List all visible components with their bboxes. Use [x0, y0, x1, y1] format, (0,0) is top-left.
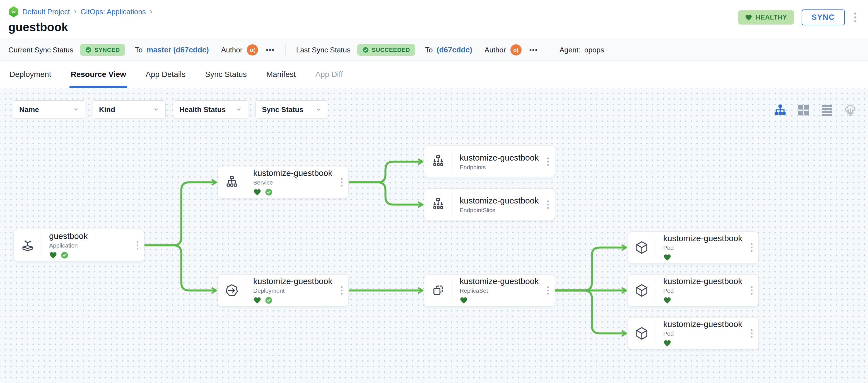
resource-node-pod[interactable]: kustomize-guestbook-ui-... Pod [627, 317, 759, 350]
agent-info: Agent: opops [559, 46, 604, 54]
breadcrumb-project-link[interactable]: Default Project [22, 7, 70, 16]
resource-node-replicaset[interactable]: kustomize-guestbook-ui-... ReplicaSet [424, 274, 555, 307]
node-title: kustomize-guestbook-ui [253, 168, 333, 178]
synced-check-icon [265, 296, 273, 305]
healthy-heart-icon [663, 253, 671, 261]
node-kind: Service [253, 179, 333, 186]
author-label: Author [221, 46, 243, 54]
tree-view-icon[interactable] [774, 104, 786, 117]
pod-icon [628, 232, 656, 263]
statusbar-divider [549, 44, 549, 56]
pod-icon [628, 318, 656, 349]
last-commit-link[interactable]: (d67cddc) [437, 46, 472, 54]
node-title: kustomize-guestbook-ui-... [460, 196, 539, 205]
service-icon [218, 166, 246, 198]
sync-button[interactable]: SYNC [802, 9, 845, 25]
svg-text:∞: ∞ [12, 8, 16, 14]
last-sync-status-group: Last Sync Status SUCCEEDED To (d67cddc) … [296, 44, 538, 56]
node-title: kustomize-guestbook-ui-... [663, 277, 743, 286]
resource-tree-canvas: guestbook Application kustomize-guestboo… [0, 88, 868, 383]
chevron-down-icon [236, 106, 242, 113]
resource-node-application[interactable]: guestbook Application [13, 229, 145, 261]
resource-node-pod[interactable]: kustomize-guestbook-ui-... Pod [627, 231, 759, 264]
healthy-heart-icon [49, 251, 57, 259]
tab-manifest[interactable]: Manifest [265, 61, 297, 88]
chevron-down-icon [315, 106, 321, 113]
page-title: guestbook [8, 21, 858, 34]
to-label: To [425, 46, 433, 54]
edge-app-to-svc [145, 182, 216, 245]
node-kebab-menu-icon[interactable] [745, 232, 758, 263]
node-kebab-menu-icon[interactable] [541, 275, 555, 306]
name-filter-dropdown[interactable]: Name [13, 100, 85, 119]
node-kebab-menu-icon[interactable] [745, 318, 758, 349]
application-icon [14, 229, 41, 261]
commit-message-more-icon[interactable]: ••• [266, 46, 275, 54]
author-label: Author [485, 46, 506, 54]
health-badge-label: HEALTHY [755, 14, 787, 21]
breadcrumb-applications-link[interactable]: GitOps: Applications [81, 7, 146, 16]
author-avatar: o( [247, 44, 258, 56]
grid-view-icon[interactable] [797, 104, 810, 117]
app-header: ∞ Default Project › GitOps: Applications… [0, 0, 868, 39]
cloud-view-icon[interactable] [844, 104, 857, 117]
node-kind: ReplicaSet [460, 287, 539, 294]
resource-node-endpoints[interactable]: kustomize-guestbook-ui Endpoints [424, 146, 555, 178]
resource-node-endpointslice[interactable]: kustomize-guestbook-ui-... EndpointSlice [424, 188, 555, 221]
tab-resource-view[interactable]: Resource View [69, 61, 127, 88]
node-title: kustomize-guestbook-ui-... [663, 233, 743, 243]
edge-rs-to-pod1 [555, 248, 626, 290]
header-kebab-menu-icon[interactable] [852, 11, 858, 24]
kind-filter-dropdown[interactable]: Kind [93, 100, 166, 119]
view-mode-switcher [774, 104, 857, 117]
resource-node-deployment[interactable]: kustomize-guestbook-ui Deployment [218, 274, 349, 307]
last-sync-status-label: Last Sync Status [296, 46, 350, 54]
healthy-heart-icon [663, 296, 671, 305]
endpointslice-icon [424, 189, 452, 221]
node-kind: Pod [663, 330, 743, 337]
list-view-icon[interactable] [820, 104, 833, 117]
health-status-filter-dropdown[interactable]: Health Status [173, 100, 248, 119]
succeeded-status-badge: SUCCEEDED [357, 44, 415, 56]
agent-value: opops [584, 46, 604, 54]
breadcrumb-separator: › [73, 7, 77, 15]
node-kebab-menu-icon[interactable] [335, 166, 348, 198]
breadcrumb: ∞ Default Project › GitOps: Applications… [8, 6, 858, 18]
node-kebab-menu-icon[interactable] [745, 275, 758, 306]
endpoints-icon [424, 146, 452, 178]
node-title: guestbook [49, 231, 129, 241]
to-label: To [135, 46, 143, 54]
heart-icon [745, 14, 752, 21]
chevron-down-icon [153, 106, 159, 113]
node-kind: EndpointSlice [460, 207, 539, 214]
check-circle-icon [362, 46, 369, 53]
node-kebab-menu-icon[interactable] [541, 146, 555, 178]
node-title: kustomize-guestbook-ui [460, 153, 539, 162]
node-title: kustomize-guestbook-ui-... [460, 277, 539, 286]
resource-node-pod[interactable]: kustomize-guestbook-ui-... Pod [627, 274, 759, 307]
healthy-heart-icon [663, 339, 671, 347]
commit-message-more-icon[interactable]: ••• [529, 46, 538, 54]
sync-status-filter-dropdown[interactable]: Sync Status [255, 100, 328, 119]
node-kind: Endpoints [460, 164, 539, 170]
filter-bar: Name Kind Health Status Sync Status [13, 100, 328, 119]
tab-app-diff[interactable]: App Diff [314, 61, 344, 88]
node-kebab-menu-icon[interactable] [131, 229, 144, 261]
tab-app-details[interactable]: App Details [145, 61, 187, 88]
chevron-down-icon [73, 106, 79, 113]
healthy-heart-icon [253, 296, 261, 305]
node-kebab-menu-icon[interactable] [541, 189, 555, 221]
synced-check-icon [265, 188, 273, 196]
tab-deployment[interactable]: Deployment [8, 61, 52, 88]
current-commit-link[interactable]: master (d67cddc) [147, 46, 209, 54]
statusbar-divider [285, 44, 286, 56]
resource-node-service[interactable]: kustomize-guestbook-ui Service [218, 166, 349, 198]
node-title: kustomize-guestbook-ui-... [663, 319, 743, 329]
sync-status-bar: Current Sync Status SYNCED To master (d6… [0, 39, 868, 61]
edge-svc-to-ep [349, 162, 422, 182]
agent-label: Agent: [559, 46, 581, 54]
node-kebab-menu-icon[interactable] [335, 275, 348, 306]
node-kind: Pod [663, 245, 743, 251]
tab-sync-status[interactable]: Sync Status [204, 61, 248, 88]
author-avatar: o( [510, 44, 522, 56]
